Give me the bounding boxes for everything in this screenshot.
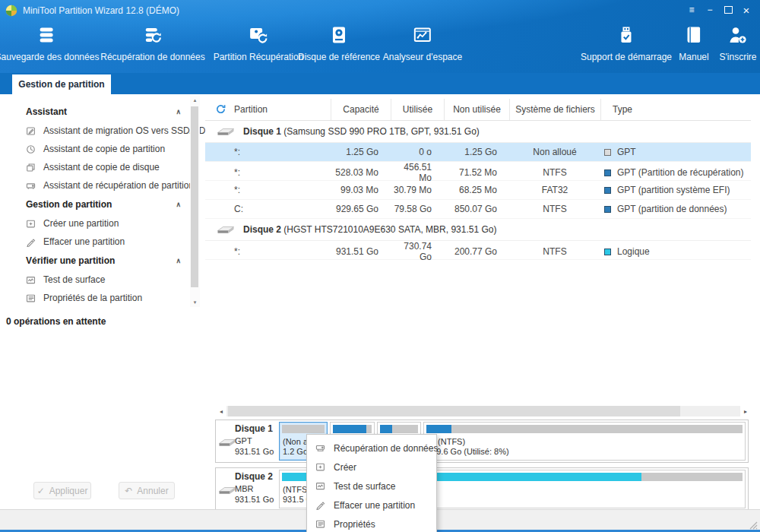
cell-partition: *: xyxy=(205,246,331,257)
space-analyzer-icon xyxy=(412,24,433,46)
toolbar-item-support-de-demarrage[interactable]: Support de démarrage xyxy=(581,24,672,62)
partition-row[interactable]: *:931.51 Go730.74 Go200.77 GoNTFSLogique xyxy=(205,241,751,260)
disk-map-block-disque-2: Disque 2MBR931.51 Go(NTFS)931.5 Go xyxy=(215,467,749,511)
partition-row[interactable]: *:1.25 Go0 o1.25 GoNon allouéGPT xyxy=(205,143,751,162)
menu-item-label: Propriétés xyxy=(334,519,375,530)
sidebar-section-gestion-de-partition[interactable]: Gestion de partition∧ xyxy=(0,195,205,214)
maximize-icon xyxy=(724,6,733,14)
toolbar-item-label: Analyseur d'espace xyxy=(383,52,462,62)
disk-group-row-disque-2[interactable]: Disque 2 (HGST HTS721010A9E630 SATA, MBR… xyxy=(205,219,751,241)
cell-type: GPT (Partition de récupération) xyxy=(600,167,751,178)
context-menu-item-creer[interactable]: Créer xyxy=(307,458,436,477)
disk-scheme: GPT xyxy=(235,435,274,446)
sidebar-section-verifier-une-partition[interactable]: Vérifier une partition∧ xyxy=(0,251,205,271)
sidebar-item-label: Effacer une partition xyxy=(43,236,125,247)
cell-filesystem: NTFS xyxy=(509,167,600,178)
sidebar-item-label: Assistant de copie de disque xyxy=(43,162,160,173)
sidebar-item-label: Assistant de récupération de partition xyxy=(43,180,194,191)
disk-name: Disque 1 xyxy=(235,423,274,435)
toolbar-item-disque-de-reference[interactable]: Disque de référence xyxy=(298,24,380,62)
context-menu-item-proprietes[interactable]: Propriétés xyxy=(307,515,436,532)
partition-row[interactable]: C:929.65 Go79.58 Go850.07 GoNTFSGPT (par… xyxy=(205,200,751,219)
context-menu-item-effacer-une-partition[interactable]: Effacer une partition xyxy=(307,496,436,515)
sidebar-section-assistant[interactable]: Assistant∧ xyxy=(0,102,205,122)
disk-map-label: Disque 2MBR931.51 Go xyxy=(216,468,279,510)
section-title: Gestion de partition xyxy=(26,199,112,210)
minimize-button[interactable]: − xyxy=(704,4,716,16)
tab-gestion-de-partition[interactable]: Gestion de partition xyxy=(12,74,111,94)
type-color-swatch xyxy=(604,249,611,255)
horizontal-scrollbar-track[interactable] xyxy=(226,406,740,416)
context-menu-item-recuperation-de-donnees[interactable]: Récupération de données xyxy=(307,439,436,458)
disk-group-label: Disque 2 (HGST HTS721010A9E630 SATA, MBR… xyxy=(242,224,496,235)
sidebar-item-assistant-de-copie-de-partition[interactable]: Assistant de copie de partition xyxy=(0,140,205,158)
context-menu-item-test-de-surface[interactable]: Test de surface xyxy=(307,477,436,496)
scroll-up-icon[interactable]: ▴ xyxy=(190,96,200,105)
column-header-systeme-de-fichiers[interactable]: Système de fichiers xyxy=(509,99,600,120)
column-header-non-utilisee[interactable]: Non utilisée xyxy=(444,99,509,120)
segment-size-label: 1.2 Go xyxy=(283,447,308,456)
sidebar-item-assistant-de-recuperation-de-partition[interactable]: Assistant de récupération de partition xyxy=(0,176,205,195)
cell-used: 30.79 Mo xyxy=(391,185,444,195)
resize-grip[interactable] xyxy=(749,519,758,527)
cell-used: 0 o xyxy=(391,147,444,157)
toolbar-item-analyseur-d-espace[interactable]: Analyseur d'espace xyxy=(383,24,462,62)
menu-button[interactable]: ≡ xyxy=(686,4,698,16)
toolbar-item-manuel[interactable]: Manuel xyxy=(679,24,708,62)
disk-group-label: Disque 1 (Samsung SSD 990 PRO 1TB, GPT, … xyxy=(242,126,480,137)
scroll-left-icon[interactable]: ◂ xyxy=(216,408,226,415)
cell-partition: *: xyxy=(205,147,331,157)
partition-row[interactable]: *:99.03 Mo30.79 Mo68.25 MoFAT32GPT (part… xyxy=(205,181,751,200)
collapse-icon[interactable]: ∧ xyxy=(176,108,181,116)
refresh-icon[interactable] xyxy=(215,103,226,115)
toolbar-item-partition-recuperation[interactable]: Partition Récupération xyxy=(214,24,304,62)
cell-partition: C: xyxy=(205,204,331,214)
column-header-utilisee[interactable]: Utilisée xyxy=(391,99,444,120)
close-button[interactable]: × xyxy=(740,4,752,16)
sidebar-scrollbar[interactable]: ▴ ▾ xyxy=(190,96,200,307)
table-header: PartitionCapacitéUtiliséeNon utiliséeSys… xyxy=(205,99,751,121)
migration-icon xyxy=(26,126,36,136)
disk-map-label: Disque 1GPT931.51 Go xyxy=(216,420,279,462)
data-recovery-icon xyxy=(142,24,163,46)
cell-type: GPT xyxy=(600,147,751,157)
toolbar-item-sauvegarde-des-donnees[interactable]: Sauvegarde des données xyxy=(0,24,99,62)
disk-map-segment[interactable]: C: (NTFS)929.6 Go (Utilisé: 8%) xyxy=(423,422,746,461)
app-logo-icon xyxy=(5,5,17,17)
partition-row[interactable]: *:528.03 Mo456.51 Mo71.52 MoNTFSGPT (Par… xyxy=(205,162,751,181)
sidebar-item-assistant-de-migration-os-vers-ssd-hd[interactable]: Assistant de migration OS vers SSD/HD xyxy=(0,122,205,140)
column-header-partition[interactable]: Partition xyxy=(205,99,331,120)
sidebar-scrollbar-thumb[interactable] xyxy=(191,106,198,287)
toolbar-item-s-inscrire[interactable]: S'inscrire xyxy=(720,24,757,62)
menu-item-label: Créer xyxy=(334,462,356,473)
column-header-capacite[interactable]: Capacité xyxy=(331,99,391,120)
collapse-icon[interactable]: ∧ xyxy=(176,201,181,208)
cell-unused: 71.52 Mo xyxy=(444,167,509,178)
toolbar-item-label: S'inscrire xyxy=(720,52,757,62)
maximize-button[interactable] xyxy=(722,4,734,16)
pending-operations-label: 0 opérations en attente xyxy=(0,316,205,327)
recover-partition-icon xyxy=(26,181,36,191)
collapse-icon[interactable]: ∧ xyxy=(176,257,181,264)
disk-size: 931.51 Go xyxy=(235,446,274,457)
scroll-right-icon[interactable]: ▸ xyxy=(740,408,751,415)
sidebar-item-effacer-une-partition[interactable]: Effacer une partition xyxy=(0,233,205,251)
title-bar: MiniTool Partition Wizard 12.8 (DÉMO) ≡−… xyxy=(0,0,760,21)
apply-button[interactable]: ✓Appliquer xyxy=(33,482,91,499)
scroll-down-icon[interactable]: ▾ xyxy=(190,298,200,307)
sidebar-item-creer-une-partition[interactable]: Créer une partition xyxy=(0,214,205,233)
sidebar-item-proprietes-de-la-partition[interactable]: Propriétés de la partition xyxy=(0,289,205,307)
horizontal-scrollbar[interactable]: ◂ ▸ xyxy=(216,405,751,417)
undo-button[interactable]: ↶Annuler xyxy=(119,482,175,499)
sidebar-item-assistant-de-copie-de-disque[interactable]: Assistant de copie de disque xyxy=(0,158,205,176)
type-color-swatch xyxy=(604,169,611,176)
horizontal-scrollbar-thumb[interactable] xyxy=(228,406,680,416)
sidebar-item-test-de-surface[interactable]: Test de surface xyxy=(0,271,205,289)
copy-partition-icon xyxy=(26,144,36,154)
column-header-type[interactable]: Type xyxy=(600,99,751,120)
usage-bar xyxy=(333,425,372,433)
toolbar-item-label: Disque de référence xyxy=(298,52,380,62)
toolbar-item-recuperation-de-donnees[interactable]: Récupération de données xyxy=(100,24,204,62)
type-label: GPT (partition système EFI) xyxy=(617,185,730,195)
disk-group-row-disque-1[interactable]: Disque 1 (Samsung SSD 990 PRO 1TB, GPT, … xyxy=(205,121,751,143)
